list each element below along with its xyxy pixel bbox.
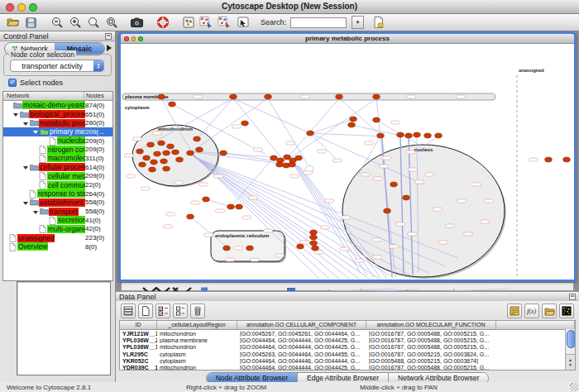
graph-node[interactable] bbox=[310, 235, 318, 240]
graph-node[interactable] bbox=[143, 155, 151, 160]
new-attribute-button[interactable] bbox=[138, 304, 153, 318]
expander-icon[interactable] bbox=[32, 208, 40, 216]
column-go-molecular-function[interactable]: annotation.GO MOLECULAR_FUNCTION bbox=[366, 321, 496, 329]
vizmapper-button[interactable] bbox=[181, 16, 195, 30]
graph-node[interactable] bbox=[390, 182, 398, 187]
graph-node[interactable] bbox=[373, 94, 380, 99]
tree-row[interactable]: secretion41(0) bbox=[3, 216, 112, 225]
graph-node[interactable] bbox=[187, 151, 194, 155]
tree-row[interactable]: multi-organism pro42(0) bbox=[3, 225, 112, 234]
zoom-out-button[interactable] bbox=[50, 16, 64, 30]
tree-row[interactable]: biological_process651(0) bbox=[3, 110, 112, 119]
graph-node[interactable] bbox=[424, 133, 432, 138]
search-input[interactable] bbox=[290, 17, 347, 28]
graph-node[interactable] bbox=[284, 155, 291, 160]
tree-row[interactable]: mosaic-demo-yeast874(0) bbox=[3, 101, 112, 110]
table-row[interactable]: YJR121W__1mitochondrion[GO:0045267, GO:0… bbox=[120, 330, 575, 337]
graph-node[interactable] bbox=[246, 246, 254, 251]
float-data-panel-icon[interactable] bbox=[569, 294, 576, 300]
graph-node[interactable] bbox=[414, 132, 421, 137]
table-row[interactable]: YKR052Ccytoplasm[GO:0044464, GO:0044446,… bbox=[120, 357, 575, 364]
app-titlebar[interactable]: Cytoscape Desktop (New Session) bbox=[0, 0, 579, 14]
tree-row[interactable]: cell communicat22(0) bbox=[3, 180, 112, 189]
column-id[interactable]: ID bbox=[120, 321, 157, 329]
select-nodes-option[interactable]: ✓ Select nodes bbox=[8, 79, 63, 87]
table-row[interactable]: YPL036W__2plasma membrane[GO:0044464, GO… bbox=[120, 337, 575, 343]
tree-row[interactable]: establishment of lo558(0) bbox=[3, 198, 112, 208]
graph-node[interactable] bbox=[405, 133, 413, 138]
tree-column-nodes[interactable]: Nodes bbox=[84, 92, 112, 100]
expander-icon[interactable] bbox=[22, 198, 30, 207]
expander-icon[interactable] bbox=[32, 127, 40, 136]
tree-row[interactable]: unassigned223(0) bbox=[3, 233, 112, 242]
graph-node[interactable] bbox=[297, 244, 304, 249]
graph-node[interactable] bbox=[172, 150, 179, 155]
table-row[interactable]: YPL036W__1mitochondrion[GO:0044464, GO:0… bbox=[120, 344, 575, 351]
annotation-button[interactable] bbox=[236, 16, 250, 30]
graph-node[interactable] bbox=[223, 246, 231, 251]
graph-node[interactable] bbox=[307, 131, 314, 136]
tree-row[interactable]: cellular process614(0) bbox=[3, 163, 112, 172]
tree-row[interactable]: response to stimul264(0) bbox=[3, 189, 112, 198]
zoom-fit-button[interactable] bbox=[104, 16, 118, 30]
tree-row[interactable]: transport558(0) bbox=[3, 207, 112, 216]
graph-node[interactable] bbox=[203, 197, 210, 202]
graph-node[interactable] bbox=[295, 155, 303, 160]
zoom-in-button[interactable] bbox=[68, 16, 82, 30]
attribute-list-button[interactable] bbox=[507, 304, 522, 318]
graph-node[interactable] bbox=[163, 151, 170, 155]
float-panel-icon[interactable] bbox=[105, 33, 112, 40]
graph-node[interactable] bbox=[187, 214, 194, 219]
graph-node[interactable] bbox=[139, 162, 146, 167]
expander-icon[interactable] bbox=[12, 110, 20, 118]
graph-node[interactable] bbox=[160, 159, 168, 164]
graph-node[interactable] bbox=[289, 162, 296, 167]
scrollbar-thumb[interactable] bbox=[567, 330, 576, 348]
tree-column-network[interactable]: Network bbox=[3, 92, 84, 100]
save-session-button[interactable] bbox=[24, 16, 38, 30]
graph-node[interactable] bbox=[348, 122, 356, 127]
select-attributes-button[interactable] bbox=[156, 304, 170, 318]
graph-node[interactable] bbox=[158, 141, 165, 146]
graph-node[interactable] bbox=[350, 117, 357, 122]
graph-node[interactable] bbox=[312, 246, 319, 251]
hide-selected-button[interactable] bbox=[218, 16, 232, 30]
graph-node[interactable] bbox=[377, 133, 385, 138]
graph-node[interactable] bbox=[242, 121, 249, 126]
scrollbar-arrows[interactable]: ▲▼ bbox=[566, 354, 575, 370]
graph-node[interactable] bbox=[270, 155, 278, 160]
select-nodes-checkbox[interactable]: ✓ bbox=[8, 79, 17, 87]
expander-icon[interactable] bbox=[22, 119, 30, 127]
open-file-button[interactable] bbox=[6, 16, 20, 30]
tree-row[interactable]: Overview8(0) bbox=[3, 242, 112, 251]
help-button[interactable] bbox=[156, 16, 170, 30]
delete-attribute-button[interactable] bbox=[190, 304, 205, 318]
function-builder-button[interactable]: f(x) bbox=[524, 304, 539, 318]
graph-node[interactable] bbox=[336, 94, 343, 99]
graph-node[interactable] bbox=[227, 204, 235, 209]
graph-node[interactable] bbox=[169, 102, 176, 107]
tree-row[interactable]: nitrogen compo209(0) bbox=[3, 145, 112, 154]
graph-node[interactable] bbox=[373, 117, 380, 122]
table-row[interactable]: YLR295Ccytoplasm[GO:0045263, GO:0044464,… bbox=[120, 351, 575, 357]
network-window-titlebar[interactable]: primary metabolic process bbox=[121, 34, 574, 44]
graph-node[interactable] bbox=[136, 149, 144, 154]
attribute-grid-button[interactable] bbox=[121, 304, 136, 318]
tab-overflow-arrow[interactable] bbox=[107, 45, 112, 51]
column-go-cellular-component[interactable]: annotation.GO CELLULAR_COMPONENT bbox=[237, 321, 366, 329]
filter-button[interactable] bbox=[371, 16, 385, 30]
tree-row[interactable]: primary metabo209(... bbox=[3, 127, 112, 136]
network-view-window[interactable]: primary metabolic process plasma membran… bbox=[118, 31, 577, 282]
graph-node[interactable] bbox=[403, 195, 410, 200]
network-zoom-button[interactable] bbox=[138, 36, 143, 41]
graph-node[interactable] bbox=[176, 157, 184, 162]
graph-node[interactable] bbox=[435, 133, 443, 138]
graph-node[interactable] bbox=[397, 132, 404, 137]
table-vertical-scrollbar[interactable]: ▲▼ bbox=[565, 329, 575, 370]
tree-row[interactable]: macromolecule311(0) bbox=[3, 154, 112, 163]
zoom-selected-button[interactable] bbox=[86, 16, 100, 30]
graph-node[interactable] bbox=[167, 144, 175, 149]
graph-node[interactable] bbox=[384, 208, 391, 213]
unselect-attributes-button[interactable] bbox=[173, 304, 188, 318]
expander-icon[interactable] bbox=[22, 163, 30, 171]
